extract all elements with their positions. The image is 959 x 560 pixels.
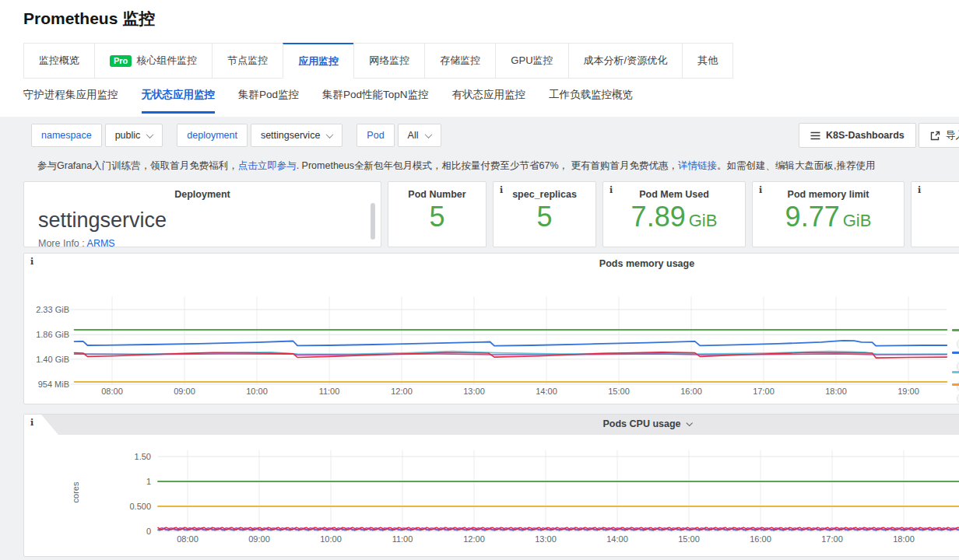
pro-badge: Pro <box>110 55 132 67</box>
svg-text:14:00: 14:00 <box>606 534 628 544</box>
info-icon[interactable]: i <box>759 185 762 195</box>
pod-number-stat-panel: Pod Number 5 <box>388 181 487 247</box>
subtab-workload-overview[interactable]: 工作负载监控概览 <box>549 88 633 114</box>
subtab-stateful-app[interactable]: 有状态应用监控 <box>452 88 526 114</box>
tab-cost-analysis[interactable]: 成本分析/资源优化 <box>568 43 683 79</box>
svg-text:15:00: 15:00 <box>608 387 630 396</box>
namespace-select[interactable]: public <box>105 124 163 147</box>
svg-text:18:00: 18:00 <box>893 534 915 544</box>
variable-filters: namespace public deployment settingservi… <box>31 124 441 147</box>
spec-replicas-stat-panel: i spec_replicas 5 <box>493 181 596 247</box>
import-button[interactable]: 导入( <box>919 123 959 148</box>
pods-memory-usage-panel: i Pods memory usage 08:0009:0010:0011:00… <box>23 253 959 404</box>
chart-title[interactable]: Pods memory usage <box>24 258 959 269</box>
svg-text:17:00: 17:00 <box>753 387 775 396</box>
svg-text:11:00: 11:00 <box>392 534 413 544</box>
banner-text: 参与Grafana入门训练营，领取首月免费福利， <box>37 160 238 171</box>
svg-text:10:00: 10:00 <box>320 534 342 544</box>
namespace-label: namespace <box>31 124 102 147</box>
svg-text:2.33 GiB: 2.33 GiB <box>36 305 69 314</box>
subtab-stateless-app[interactable]: 无状态应用监控 <box>142 88 216 114</box>
svg-text:12:00: 12:00 <box>463 534 485 544</box>
tab-application-monitor[interactable]: 应用监控 <box>283 43 354 79</box>
svg-text:09:00: 09:00 <box>174 387 195 396</box>
panel-scrollbar[interactable] <box>371 203 375 240</box>
menu-icon <box>810 131 820 140</box>
panel-title: Deployment <box>24 189 381 200</box>
cpu-usage-chart: 08:0009:0010:0011:0012:0013:0014:0015:00… <box>24 415 959 560</box>
svg-text:10:00: 10:00 <box>246 387 268 396</box>
subtab-cluster-pod[interactable]: 集群Pod监控 <box>238 88 299 114</box>
svg-text:14:00: 14:00 <box>536 387 557 396</box>
subtab-pod-topn[interactable]: 集群Pod性能TopN监控 <box>322 88 429 114</box>
svg-text:1.86 GiB: 1.86 GiB <box>36 330 69 339</box>
more-info: More Info : ARMS <box>38 238 115 247</box>
external-link-icon <box>930 131 940 141</box>
deployment-stat-panel: Deployment settingservice More Info : AR… <box>23 181 381 247</box>
chevron-down-icon <box>326 131 334 138</box>
panel-title: Pod memory limit <box>753 189 904 200</box>
pod-mem-used-stat-panel: i Pod Mem Used 7.89GiB <box>602 181 746 247</box>
svg-text:08:00: 08:00 <box>101 387 123 396</box>
panel-title: Pod Number <box>388 189 486 200</box>
k8s-dashboards-button[interactable]: K8S-Dashboards <box>799 123 916 148</box>
svg-text:1: 1 <box>146 477 151 486</box>
promo-banner: 参与Grafana入门训练营，领取首月免费福利，点击立即参与. Promethe… <box>37 159 959 173</box>
svg-text:19:00: 19:00 <box>898 387 919 396</box>
legend-series-marker[interactable] <box>952 352 959 354</box>
stat-value: 9.77GiB <box>753 203 904 231</box>
pods-cpu-usage-panel: Pods CPU usage i 08:0009:0010:0011:0012:… <box>23 414 959 557</box>
clipped-stat-panel: i <box>911 181 959 247</box>
info-icon[interactable]: i <box>30 418 33 428</box>
banner-detail-link[interactable]: 详情链接 <box>678 160 717 171</box>
svg-text:1.40 GiB: 1.40 GiB <box>36 355 69 364</box>
deployment-select[interactable]: settingservice <box>251 124 342 147</box>
svg-text:18:00: 18:00 <box>825 387 847 396</box>
svg-text:16:00: 16:00 <box>750 534 771 544</box>
tab-gpu-monitor[interactable]: GPU监控 <box>495 43 568 79</box>
svg-text:cores: cores <box>71 481 80 502</box>
banner-text: 。如需创建、编辑大盘面板,推荐使用 <box>717 160 875 171</box>
chevron-down-icon <box>686 420 692 426</box>
svg-text:13:00: 13:00 <box>463 387 485 396</box>
chevron-down-icon <box>424 131 432 138</box>
subtab-daemonset-app[interactable]: 守护进程集应用监控 <box>23 88 118 114</box>
primary-tabs: 监控概览 Pro 核心组件监控 节点监控 应用监控 网络监控 存储监控 GPU监… <box>23 43 733 79</box>
svg-text:16:00: 16:00 <box>680 387 702 396</box>
svg-text:954 MiB: 954 MiB <box>38 380 69 389</box>
stat-value: 7.89GiB <box>603 203 745 231</box>
svg-text:08:00: 08:00 <box>177 534 198 544</box>
svg-text:11:00: 11:00 <box>319 387 340 396</box>
svg-text:13:00: 13:00 <box>535 534 557 544</box>
tab-other[interactable]: 其他 <box>682 43 733 79</box>
chart-title[interactable]: Pods CPU usage <box>24 418 959 429</box>
tab-overview[interactable]: 监控概览 <box>23 43 95 79</box>
arms-link[interactable]: ARMS <box>87 238 115 247</box>
legend-series-marker[interactable] <box>952 371 959 373</box>
tab-storage-monitor[interactable]: 存储监控 <box>424 43 496 79</box>
info-icon[interactable]: i <box>30 257 33 267</box>
banner-text: . Prometheus全新包年包月模式，相比按量付费至少节省67%， 更有首购… <box>297 160 678 171</box>
tab-network-monitor[interactable]: 网络监控 <box>353 43 425 79</box>
info-icon[interactable]: i <box>609 185 613 195</box>
info-icon[interactable]: i <box>500 185 503 195</box>
memory-usage-chart: 08:0009:0010:0011:0012:0013:0014:0015:00… <box>24 254 959 408</box>
legend-series-marker[interactable] <box>952 383 959 386</box>
chevron-down-icon <box>146 131 154 138</box>
legend-series-marker[interactable] <box>952 329 959 331</box>
svg-text:15:00: 15:00 <box>678 534 700 544</box>
stat-value: 5 <box>388 203 486 231</box>
panel-title: spec_replicas <box>494 189 595 200</box>
tab-node-monitor[interactable]: 节点监控 <box>212 43 283 79</box>
info-icon[interactable]: i <box>918 185 921 195</box>
panel-title: Pod Mem Used <box>603 189 745 200</box>
pod-select[interactable]: All <box>398 124 441 147</box>
prometheus-monitoring-page: Prometheus 监控 监控概览 Pro 核心组件监控 节点监控 应用监控 … <box>0 0 959 560</box>
stat-value: 5 <box>494 203 595 231</box>
svg-text:0.500: 0.500 <box>129 502 151 511</box>
pod-memory-limit-stat-panel: i Pod memory limit 9.77GiB <box>752 181 905 247</box>
pod-label: Pod <box>357 124 394 147</box>
banner-join-link[interactable]: 点击立即参与 <box>238 160 297 171</box>
tab-core-components[interactable]: Pro 核心组件监控 <box>94 43 213 79</box>
deployment-label: deployment <box>177 124 248 147</box>
